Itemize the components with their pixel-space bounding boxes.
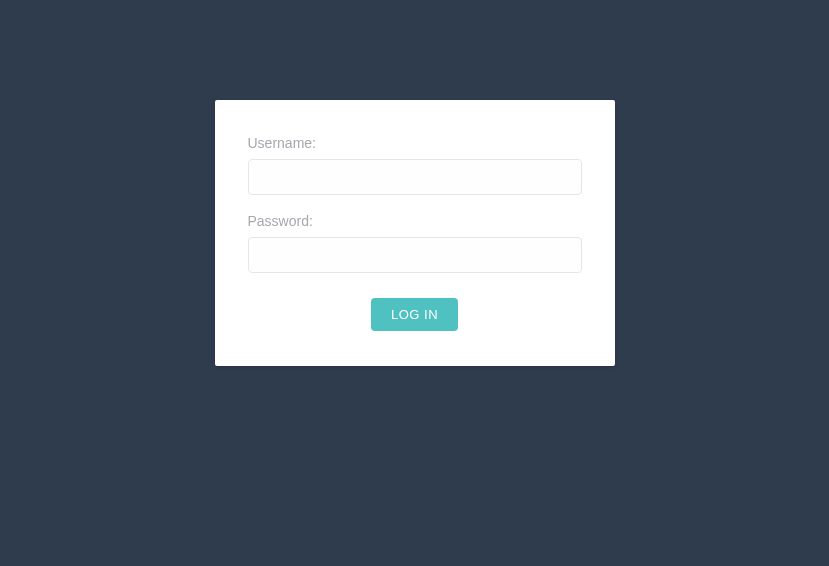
username-input[interactable] [248,159,582,195]
login-card: Username: Password: LOG IN [215,100,615,366]
button-row: LOG IN [248,298,582,331]
username-label: Username: [248,135,582,151]
password-input[interactable] [248,237,582,273]
password-label: Password: [248,213,582,229]
username-group: Username: [248,135,582,195]
password-group: Password: [248,213,582,273]
login-button[interactable]: LOG IN [371,298,458,331]
